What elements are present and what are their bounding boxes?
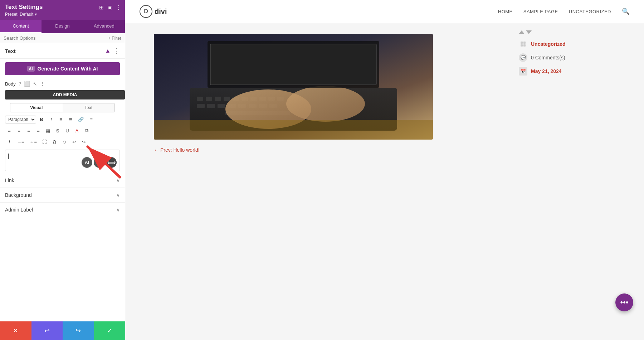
section-controls: ▲ ⋮ — [105, 47, 120, 55]
panel-header: Text Settings Preset: Default ▾ ⊞ ▣ ⋮ — [0, 0, 125, 20]
panel-header-icons: ⊞ ▣ ⋮ — [99, 4, 121, 11]
more-body-icon[interactable]: ⋮ — [40, 81, 45, 87]
svg-rect-6 — [215, 97, 221, 101]
comment-bubble-icon: 💬 — [519, 53, 527, 62]
align-left-button[interactable]: ≡ — [5, 127, 14, 135]
text-section-title: Text — [5, 48, 16, 54]
fullscreen-button[interactable]: ⛶ — [40, 138, 49, 146]
layout-icon[interactable]: ▣ — [107, 4, 112, 11]
svg-point-24 — [286, 86, 365, 122]
copy-small-icon[interactable]: ⬜ — [24, 81, 30, 87]
cancel-button[interactable]: ✕ — [0, 321, 31, 340]
emoji-button[interactable]: ☺ — [60, 138, 69, 146]
ordered-list-button[interactable]: ≣ — [66, 115, 75, 123]
section-collapse-icon[interactable]: ▲ — [105, 48, 111, 54]
bold-button[interactable]: B — [37, 115, 46, 123]
body-row: Body ? ⬜ ↖ ⋮ — [0, 79, 125, 89]
blockquote-button[interactable]: ❝ — [87, 115, 96, 123]
ai-badge: AI — [27, 66, 35, 72]
svg-rect-26 — [210, 44, 376, 85]
svg-rect-4 — [197, 97, 203, 101]
link-section: Link ∨ — [0, 173, 125, 188]
background-label: Background — [5, 192, 32, 198]
main-content-area: D divi HOME SAMPLE PAGE UNCATEGORIZED 🔍 — [125, 0, 644, 340]
editor-arrow-button[interactable]: ⟺ — [106, 157, 117, 168]
unordered-list-button[interactable]: ≡ — [57, 115, 65, 123]
background-chevron-icon: ∨ — [116, 192, 120, 198]
date-item: 📅 May 21, 2024 — [519, 67, 633, 76]
underline-button[interactable]: U — [63, 127, 72, 135]
align-right-button[interactable]: ≡ — [24, 127, 33, 135]
hero-image — [154, 34, 433, 140]
ai-generate-button[interactable]: AI Generate Content With AI — [5, 62, 120, 75]
logo-text: divi — [155, 8, 167, 16]
hero-img-content — [154, 34, 433, 140]
panel-tabs: Content Design Advanced — [0, 20, 125, 33]
nav-home[interactable]: HOME — [498, 9, 513, 14]
more-options-icon[interactable]: ⋮ — [116, 4, 121, 11]
paste-text-button[interactable]: ⧉ — [82, 126, 91, 135]
site-logo: D divi — [140, 5, 167, 18]
section-more-icon[interactable]: ⋮ — [113, 47, 120, 55]
toolbar-row-2: ≡ ≡ ≡ ≡ ▦ S U A ⧉ — [0, 125, 125, 136]
tab-content[interactable]: Content — [0, 20, 42, 33]
tab-design[interactable]: Design — [42, 20, 83, 33]
background-section-header[interactable]: Background ∨ — [0, 188, 125, 202]
site-navigation: D divi HOME SAMPLE PAGE UNCATEGORIZED 🔍 — [125, 0, 644, 23]
help-icon-small[interactable]: ? — [19, 81, 21, 87]
paragraph-select[interactable]: Paragraph — [5, 116, 36, 123]
strikethrough-button[interactable]: S — [53, 127, 62, 135]
admin-label-section-header[interactable]: Admin Label ∨ — [0, 203, 125, 217]
pointer-icon[interactable]: ↖ — [33, 81, 37, 87]
date-link[interactable]: May 21, 2024 — [531, 68, 562, 74]
outdent-button[interactable]: ←≡ — [28, 138, 39, 146]
omega-button[interactable]: Ω — [50, 138, 59, 146]
category-item: Uncategorized — [519, 40, 633, 48]
filter-button[interactable]: + Filter — [108, 36, 121, 41]
panel-preset[interactable]: Preset: Default ▾ — [5, 12, 120, 17]
text-editor-area[interactable]: AI ≡ ⟺ — [5, 150, 120, 171]
add-media-button[interactable]: ADD MEDIA — [5, 90, 125, 99]
nav-uncategorized[interactable]: UNCATEGORIZED — [569, 9, 611, 14]
link-section-header[interactable]: Link ∨ — [0, 173, 125, 188]
align-center-button[interactable]: ≡ — [15, 127, 23, 135]
italic-button[interactable]: I — [47, 115, 55, 123]
redo-history-button[interactable]: ↪ — [63, 321, 94, 340]
italic2-button[interactable]: I — [5, 138, 14, 146]
text-tab[interactable]: Text — [63, 103, 115, 112]
ai-button-label: Generate Content With AI — [38, 66, 98, 72]
admin-label-chevron-icon: ∨ — [116, 207, 120, 213]
copy-icon[interactable]: ⊞ — [99, 4, 104, 11]
visual-tab[interactable]: Visual — [10, 103, 63, 112]
post-navigation: ← Prev: Hello world! — [154, 147, 479, 153]
save-button[interactable]: ✓ — [94, 321, 126, 340]
indent-button[interactable]: →≡ — [15, 138, 26, 146]
comments-item: 💬 0 Comments(s) — [519, 53, 633, 62]
sort-up-arrow-icon[interactable] — [519, 30, 525, 34]
editor-mode-tabs: Visual Text — [5, 103, 120, 112]
search-input[interactable] — [4, 35, 108, 41]
category-link[interactable]: Uncategorized — [531, 41, 565, 47]
table-button[interactable]: ▦ — [44, 127, 52, 135]
admin-label: Admin Label — [5, 207, 33, 213]
admin-label-section: Admin Label ∨ — [0, 203, 125, 217]
svg-rect-7 — [224, 97, 230, 101]
editor-ai-button[interactable]: AI — [82, 157, 92, 168]
text-color-button[interactable]: A — [73, 127, 81, 135]
grid-icon — [519, 40, 527, 48]
search-nav-icon[interactable]: 🔍 — [622, 8, 630, 15]
settings-panel: Text Settings Preset: Default ▾ ⊞ ▣ ⋮ Co… — [0, 0, 125, 340]
undo-button[interactable]: ↩ — [70, 138, 78, 146]
nav-sample-page[interactable]: SAMPLE PAGE — [523, 9, 558, 14]
undo-history-button[interactable]: ↩ — [31, 321, 63, 340]
prev-post-link[interactable]: ← Prev: Hello world! — [154, 147, 200, 153]
floating-action-button[interactable]: ••• — [615, 293, 633, 311]
svg-rect-14 — [197, 104, 205, 108]
tab-advanced[interactable]: Advanced — [83, 20, 125, 33]
editor-lines-button[interactable]: ≡ — [94, 157, 104, 168]
align-justify-button[interactable]: ≡ — [34, 127, 43, 135]
redo-button[interactable]: ↪ — [79, 138, 88, 146]
search-bar: + Filter — [0, 33, 125, 43]
link-button[interactable]: 🔗 — [76, 115, 86, 123]
sort-down-arrow-icon[interactable] — [526, 30, 532, 34]
